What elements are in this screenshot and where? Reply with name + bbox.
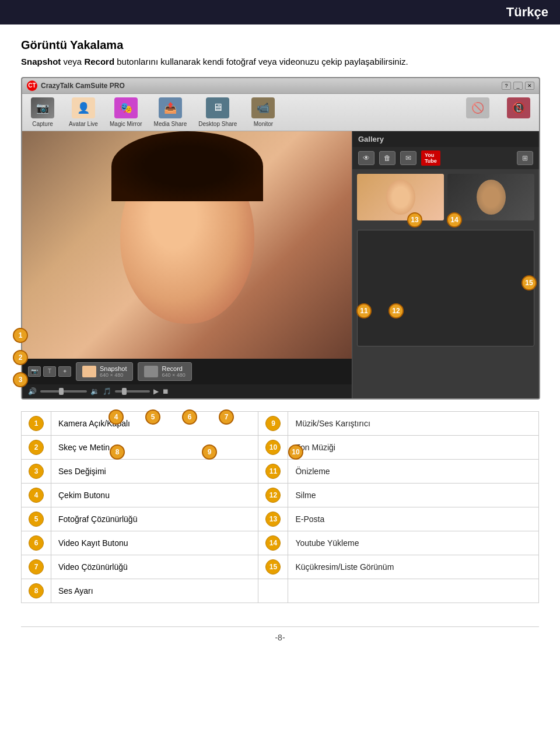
badge-3: 3 (13, 372, 28, 387)
snapshot-button[interactable]: Snapshot 640 × 480 (76, 362, 133, 381)
badge-6: 6 (182, 409, 197, 425)
titlebar-controls: ? _ ✕ (502, 82, 534, 90)
youtube-button[interactable]: YouTube (421, 150, 440, 166)
language-label: Türkçe (506, 5, 548, 19)
speaker-icon: 🔊 (28, 387, 37, 395)
close-button[interactable]: ✕ (525, 82, 534, 90)
desc-connector: veya (64, 57, 85, 66)
gallery-email-btn[interactable]: ✉ (400, 151, 416, 165)
feature-label: Ses Değişimi (51, 459, 258, 483)
badge-7: 7 (219, 409, 234, 425)
monitor-label: Monitor (254, 121, 273, 127)
feature-label: Fotoğraf Çözünürlüğü (51, 507, 258, 531)
table-row: 6Video Kayıt Butonu14Youtube Yükleme (22, 531, 539, 555)
thumb-face-2 (477, 180, 506, 215)
audio-controls-bar: 🔊 🔉 🎵 ▶ (22, 384, 352, 398)
toolbar-desktop-share[interactable]: 🖥 Desktop Share (198, 97, 237, 127)
feature-num: 6 (22, 531, 51, 555)
disabled-icon-2: 📵 (507, 97, 530, 118)
gallery-title: Gallery (358, 135, 384, 143)
badge-5: 5 (145, 409, 160, 425)
snapshot-text-group: Snapshot 640 × 480 (100, 365, 127, 378)
app-body: 📷 T ✦ Snapshot 640 × 480 (22, 131, 539, 398)
music-thumb (122, 388, 127, 395)
feature-label: Video Kayıt Butonu (51, 531, 258, 555)
camera-controls-bar: 📷 T ✦ Snapshot 640 × 480 (22, 359, 352, 384)
app-titlebar: CT CrazyTalk CamSuite PRO ? _ ✕ (22, 78, 539, 94)
cam-toggle-icon[interactable]: 📷 (28, 366, 41, 377)
feature-label2: E-Posta (288, 507, 539, 531)
record-keyword: Record (84, 57, 114, 66)
feature-num2: 14 (258, 531, 288, 555)
record-button[interactable]: Record 640 × 480 (138, 362, 191, 381)
badge-8: 8 (110, 444, 125, 460)
gallery-thumb-2[interactable] (447, 174, 534, 220)
feature-num: 8 (22, 579, 51, 603)
gallery-delete-btn[interactable]: 🗑 (379, 151, 396, 165)
toolbar-monitor[interactable]: 📹 Monitor (249, 97, 278, 127)
gallery-big-preview (357, 230, 534, 346)
playback-stop-icon[interactable]: ⏹ (162, 387, 169, 395)
feature-label2: Müzik/Ses Karıştırıcı (288, 411, 539, 435)
language-header: Türkçe (0, 0, 560, 24)
feature-num2: 13 (258, 507, 288, 531)
desc-suffix: butonlarını kullanarak kendi fotoğraf ve… (117, 57, 408, 66)
app-window: CT CrazyTalk CamSuite PRO ? _ ✕ 📷 Captur… (21, 77, 540, 400)
toolbar-disabled-2[interactable]: 📵 (504, 97, 533, 127)
badge-4: 4 (108, 409, 124, 425)
badge-10: 10 (288, 444, 303, 460)
volume-slider[interactable] (40, 390, 87, 393)
volume-down-icon: 🔉 (90, 387, 99, 395)
record-label: Record (162, 365, 185, 372)
snapshot-thumb (82, 366, 96, 377)
desktop-share-label: Desktop Share (198, 121, 237, 127)
avatar-label: Avatar Live (69, 121, 98, 127)
screenshot-container: CT CrazyTalk CamSuite PRO ? _ ✕ 📷 Captur… (21, 77, 540, 400)
badge-15: 15 (522, 275, 537, 290)
features-table: 1Kamera Açık/Kapalı9Müzik/Ses Karıştırıc… (21, 411, 539, 603)
toolbar-media-share[interactable]: 📤 Media Share (154, 97, 187, 127)
snapshot-size: 640 × 480 (100, 372, 127, 378)
magic-mirror-label: Magic Mirror (110, 121, 142, 127)
volume-track (40, 390, 87, 393)
gallery-preview-btn[interactable]: 👁 (358, 151, 374, 165)
feature-num2 (258, 579, 288, 603)
minimize-button[interactable]: _ (513, 82, 523, 90)
toolbar-capture[interactable]: 📷 Capture (28, 97, 57, 127)
table-row: 3Ses Değişimi11Önizleme (22, 459, 539, 483)
badge-14: 14 (447, 212, 462, 227)
app-logo-icon: CT (27, 80, 37, 91)
snapshot-keyword: Snapshot (21, 57, 61, 66)
monitor-icon: 📹 (251, 97, 275, 118)
effects-icon[interactable]: ✦ (58, 366, 71, 377)
music-slider[interactable] (115, 390, 150, 393)
feature-label: Skeç ve Metin (51, 435, 258, 459)
magic-mirror-icon: 🎭 (114, 97, 138, 118)
feature-label: Video Çözünürlüğü (51, 555, 258, 579)
gallery-thumb-1[interactable] (357, 174, 444, 220)
disabled-icon-1: 🚫 (466, 97, 489, 118)
app-title: CrazyTalk CamSuite PRO (41, 82, 125, 90)
playback-play-icon[interactable]: ▶ (153, 387, 159, 395)
table-row: 8Ses Ayarı (22, 579, 539, 603)
section-title: Görüntü Yakalama (21, 38, 539, 52)
feature-num2: 9 (258, 411, 288, 435)
feature-num: 3 (22, 459, 51, 483)
media-share-icon: 📤 (159, 97, 182, 118)
media-share-label: Media Share (154, 121, 187, 127)
content-area: Görüntü Yakalama Snapshot veya Record bu… (0, 24, 560, 626)
toolbar-avatar-live[interactable]: 👤 Avatar Live (69, 97, 98, 127)
titlebar-left: CT CrazyTalk CamSuite PRO (27, 80, 125, 91)
gallery-view-toggle-btn[interactable]: ⊞ (517, 151, 533, 165)
capture-label: Capture (32, 121, 53, 127)
help-button[interactable]: ? (502, 82, 511, 90)
gallery-panel: Gallery 👁 🗑 ✉ YouTube ⊞ (352, 131, 539, 398)
cam-icons-left: 📷 T ✦ (28, 366, 71, 377)
toolbar-magic-mirror[interactable]: 🎭 Magic Mirror (110, 97, 142, 127)
badge-2: 2 (13, 350, 28, 365)
text-icon[interactable]: T (43, 366, 56, 377)
record-thumb (144, 366, 158, 377)
thumb-face-1 (386, 180, 415, 215)
avatar-icon: 👤 (72, 97, 95, 118)
toolbar-disabled-1[interactable]: 🚫 (463, 97, 492, 127)
